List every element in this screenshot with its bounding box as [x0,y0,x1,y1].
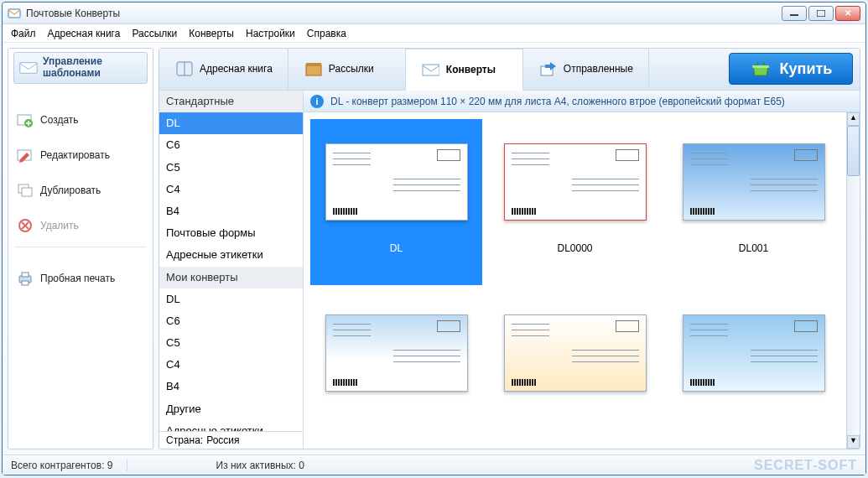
svg-rect-0 [8,9,20,18]
status-total-value: 9 [107,460,113,471]
tab-address-book[interactable]: Адресная книга [159,48,288,90]
svg-rect-1 [790,14,798,16]
status-active-value: 0 [299,460,304,471]
svg-rect-11 [22,273,29,277]
menu-help[interactable]: Справка [307,28,346,39]
envelope-thumbnail [504,314,647,392]
category-item[interactable]: DL [159,112,303,134]
printer-icon [17,271,34,286]
status-total-label: Всего контрагентов: [11,460,105,471]
category-item[interactable]: C6 [159,310,303,332]
duplicate-button[interactable]: Дублировать [13,178,148,203]
category-item[interactable]: C5 [159,157,303,179]
country-bar: Страна: Россия [159,431,303,449]
envelope-thumbnail [504,143,647,221]
menu-address-book[interactable]: Адресная книга [48,28,121,39]
svg-rect-12 [22,281,29,285]
scroll-thumb[interactable] [847,126,860,176]
test-print-label: Пробная печать [40,273,115,284]
scroll-down-button[interactable]: ▼ [847,435,860,449]
template-card[interactable] [668,290,839,449]
category-item[interactable]: Почтовые формы [159,222,303,244]
envelope-thumbnail [683,143,825,221]
envelope-thumbnail [325,314,468,392]
book-icon [174,60,193,78]
sent-icon [538,60,557,78]
menu-file[interactable]: Файл [11,28,36,39]
category-group-header: Стандартные [159,91,303,112]
duplicate-label: Дублировать [40,184,101,196]
template-label: DL001 [739,242,768,254]
maximize-button[interactable] [808,6,834,21]
category-item[interactable]: B4 [159,200,303,222]
edit-button[interactable]: Редактировать [13,143,148,168]
category-list[interactable]: СтандартныеDLC6C5C4B4Почтовые формыАдрес… [159,91,304,431]
tab-mailings[interactable]: Рассылки [288,48,406,90]
country-label: Страна: [166,434,203,446]
envelope-thumbnail [683,314,825,392]
template-card[interactable]: DL [310,119,482,285]
basket-icon [750,60,772,78]
box-icon [304,60,322,78]
buy-button[interactable]: Купить [729,53,853,85]
envelope-tab-icon [421,60,439,79]
close-button[interactable]: ✕ [835,6,860,21]
template-card[interactable] [310,290,482,449]
svg-rect-16 [423,65,439,75]
info-bar: i DL - конверт размером 110 × 220 мм для… [304,91,860,112]
sidebar: Управление шаблонами Создать Редактирова… [8,48,153,449]
template-gallery: DLDL0000DL001 [304,112,846,449]
category-item[interactable]: Адресные этикетки [159,244,303,266]
scroll-track[interactable] [847,126,860,435]
category-item[interactable]: C4 [159,354,303,376]
app-icon [8,7,21,20]
test-print-button[interactable]: Пробная печать [13,266,148,291]
category-group-header: Мои конверты [159,267,303,288]
category-item[interactable]: Адресные этикетки [159,420,303,431]
info-text: DL - конверт размером 110 × 220 мм для л… [330,96,785,107]
envelope-thumbnail [325,143,468,221]
minimize-button[interactable] [782,6,807,21]
menu-mailings[interactable]: Рассылки [132,28,177,39]
category-item[interactable]: DL [159,288,303,310]
scrollbar[interactable]: ▲ ▼ [846,112,860,449]
menu-settings[interactable]: Настройки [246,28,295,39]
watermark: SECRET-SOFT [754,458,857,473]
create-label: Создать [40,114,79,126]
status-active-label: Из них активных: [216,460,296,471]
sidebar-title-2: шаблонами [43,68,102,80]
tab-envelopes[interactable]: Конверты [406,49,523,91]
svg-rect-8 [22,188,32,196]
menubar: Файл Адресная книга Рассылки Конверты На… [3,24,865,43]
tabs-row: Адресная книга Рассылки Конверты Отправл… [159,49,860,91]
delete-button[interactable]: Удалить [13,213,148,238]
pencil-icon [17,148,34,163]
template-label: DL [390,242,403,254]
template-card[interactable]: DL001 [668,119,839,285]
category-item[interactable]: C6 [159,134,303,156]
category-item[interactable]: Другие [159,398,303,420]
delete-label: Удалить [40,220,79,231]
template-card[interactable] [489,290,661,449]
tab-sent[interactable]: Отправленные [523,48,649,90]
sidebar-header: Управление шаблонами [13,52,148,84]
menu-envelopes[interactable]: Конверты [189,28,234,39]
main-panel: Адресная книга Рассылки Конверты Отправл… [159,48,860,449]
svg-rect-18 [752,65,769,68]
category-item[interactable]: B4 [159,376,303,397]
template-card[interactable]: DL0000 [489,119,661,285]
envelope-icon [19,59,38,77]
template-label: DL0000 [557,242,592,254]
delete-icon [17,218,34,233]
create-button[interactable]: Создать [13,107,148,132]
svg-rect-2 [817,10,825,17]
scroll-up-button[interactable]: ▲ [847,112,860,126]
window-title: Почтовые Конверты [26,8,120,19]
plus-icon [17,112,34,127]
statusbar: Всего контрагентов: 9 Из них активных: 0 [3,455,865,475]
country-value: Россия [206,434,239,446]
category-item[interactable]: C5 [159,332,303,354]
category-item[interactable]: C4 [159,179,303,200]
separator [15,247,146,247]
duplicate-icon [17,183,34,198]
